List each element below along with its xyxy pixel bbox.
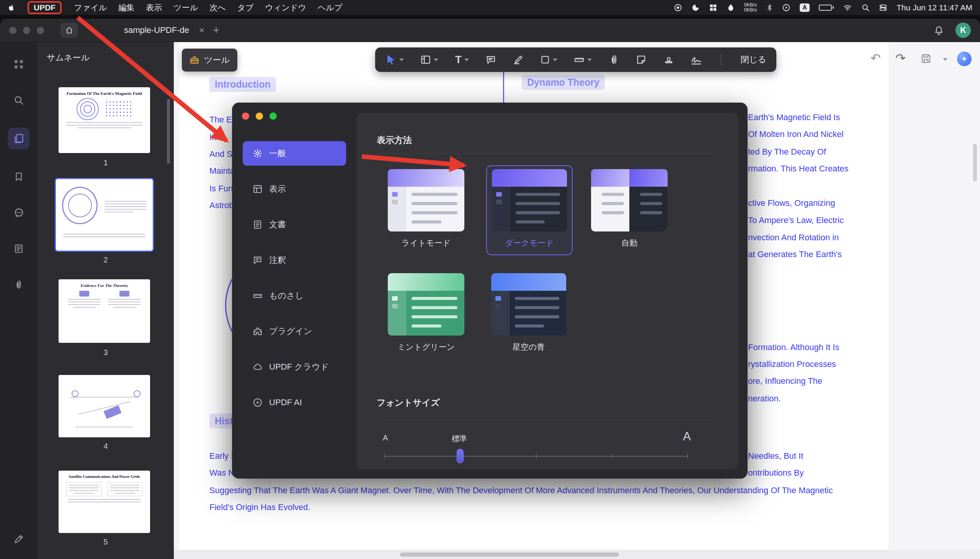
tab-close-icon[interactable]: × (199, 25, 204, 36)
outline-icon[interactable] (8, 240, 30, 257)
notification-bell-icon[interactable] (934, 25, 944, 36)
settings-nav-plugin[interactable]: プラグイン (243, 319, 346, 344)
pen-tool[interactable] (513, 55, 524, 65)
theme-option-auto[interactable]: 自動 (591, 169, 668, 248)
page-panel-tool[interactable] (420, 55, 438, 65)
account-avatar[interactable]: K (955, 23, 971, 38)
redo-button[interactable]: ↷ (896, 51, 906, 65)
chevron-down-icon[interactable] (399, 58, 404, 61)
minimize-window-button[interactable] (23, 27, 30, 34)
thumbnails-panel-icon[interactable] (8, 128, 30, 149)
document-tab[interactable]: sample-UPDF-de (124, 25, 189, 35)
horizontal-scrollbar[interactable] (400, 552, 619, 557)
menu-tools[interactable]: ツール (174, 2, 198, 13)
text-tool[interactable]: T (455, 54, 469, 66)
measure-tool[interactable] (574, 55, 592, 65)
chevron-down-icon[interactable] (553, 58, 557, 61)
page-thumbnail-3[interactable]: Evidence For The Theories (59, 280, 150, 343)
font-size-slider-track[interactable] (384, 456, 688, 457)
bluetooth-icon[interactable] (766, 3, 773, 12)
page-thumbnail-4[interactable] (59, 375, 150, 437)
settings-nav-document[interactable]: 文書 (243, 212, 346, 237)
settings-nav-ai[interactable]: UPDF AI (243, 390, 346, 415)
dialog-zoom-button[interactable] (270, 112, 277, 120)
theme-option-mint[interactable]: ミントグリーン (388, 273, 464, 352)
new-tab-button[interactable]: + (213, 24, 220, 37)
play-status-icon[interactable] (782, 3, 791, 12)
settings-nav-ruler[interactable]: ものさし (243, 283, 346, 308)
puzzle-icon (253, 326, 263, 336)
page-thumbnail-2-selected[interactable] (55, 178, 154, 252)
comments-icon[interactable] (8, 204, 30, 221)
vertical-scrollbar[interactable] (973, 144, 977, 181)
app-menu-updf[interactable]: UPDF (28, 1, 61, 14)
bookmark-icon[interactable] (8, 168, 30, 185)
settings-nav-label: プラグイン (269, 326, 312, 337)
font-size-slider-thumb[interactable] (457, 449, 464, 463)
menu-view[interactable]: 表示 (146, 2, 162, 13)
apps-grid-icon[interactable] (8, 56, 30, 73)
chevron-down-icon[interactable] (587, 58, 592, 61)
menu-file[interactable]: ファイル (74, 2, 107, 13)
settings-nav-annotation[interactable]: 注釈 (243, 248, 346, 273)
status-app-icon-4[interactable] (727, 3, 735, 12)
attachment-icon[interactable] (8, 276, 30, 293)
menu-help[interactable]: ヘルプ (318, 2, 342, 13)
select-tool[interactable] (385, 54, 404, 65)
pdf-text-right: rmation. This Heat Creates (748, 164, 848, 174)
gear-icon (253, 149, 263, 159)
status-app-icon-2[interactable] (691, 3, 700, 12)
dialog-minimize-button[interactable] (256, 112, 263, 120)
status-app-icon-1[interactable] (674, 3, 682, 12)
menu-window[interactable]: ウィンドウ (265, 2, 306, 13)
theme-option-starry-blue[interactable]: 星空の青 (491, 273, 566, 352)
shape-tool[interactable] (540, 55, 557, 64)
page-thumbnail-5[interactable]: Satellite Communications And Power Grids (59, 471, 150, 533)
document-icon (253, 220, 263, 230)
spotlight-search-icon[interactable] (861, 3, 870, 12)
zoom-window-button[interactable] (37, 27, 44, 34)
chevron-down-icon[interactable] (434, 58, 438, 61)
theme-option-dark-selected[interactable]: ダークモード (486, 165, 573, 255)
settings-nav-general[interactable]: 一般 (243, 141, 346, 166)
attachment-tool[interactable] (609, 55, 619, 65)
theme-option-light[interactable]: ライトモード (388, 169, 464, 248)
menu-next[interactable]: 次へ (209, 2, 226, 13)
search-icon[interactable] (8, 92, 30, 109)
settings-nav-label: 文書 (269, 219, 286, 230)
undo-button[interactable]: ↶ (871, 51, 881, 65)
apple-menu-icon[interactable] (8, 4, 15, 12)
settings-nav-display[interactable]: 表示 (243, 177, 346, 201)
input-source-icon[interactable]: A (800, 3, 809, 12)
dialog-close-button[interactable] (242, 112, 249, 120)
status-app-icon-3[interactable] (709, 3, 717, 12)
theme-preview-mint (388, 273, 464, 336)
signature-tool[interactable] (690, 54, 702, 65)
page-thumbnail-1[interactable]: Formation Of The Earth's Magnetic Field (59, 87, 150, 153)
pdf-text-left: Astrob (209, 200, 234, 210)
battery-icon[interactable] (819, 5, 834, 11)
save-button[interactable] (920, 53, 932, 64)
close-toolbar-button[interactable]: 閉じる (741, 54, 766, 65)
cloud-icon (253, 362, 263, 372)
wifi-icon[interactable] (843, 3, 852, 12)
comment-tool[interactable] (485, 55, 496, 65)
menu-tab[interactable]: タブ (237, 2, 254, 13)
tools-button[interactable]: ツール (182, 49, 237, 71)
annotation-toolbar: T (375, 48, 776, 72)
menu-clock[interactable]: Thu Jun 12 11:47 AM (897, 3, 972, 12)
thumbnail-scrollbar[interactable] (167, 99, 170, 164)
network-speed[interactable]: 0KB/s0KB/s (744, 3, 757, 13)
home-button[interactable] (61, 23, 78, 38)
save-options-chevron-icon[interactable] (943, 58, 947, 61)
chevron-down-icon[interactable] (464, 58, 469, 61)
sticker-tool[interactable] (636, 55, 647, 65)
signature-pen-icon[interactable] (8, 531, 30, 547)
menu-edit[interactable]: 編集 (118, 2, 134, 13)
settings-nav-cloud[interactable]: UPDF クラウド (243, 355, 346, 379)
ai-assistant-button[interactable]: ✦ (957, 52, 972, 66)
layout-icon (253, 184, 263, 194)
control-center-icon[interactable] (879, 3, 887, 12)
stamp-tool[interactable] (664, 55, 674, 65)
close-window-button[interactable] (9, 27, 17, 34)
